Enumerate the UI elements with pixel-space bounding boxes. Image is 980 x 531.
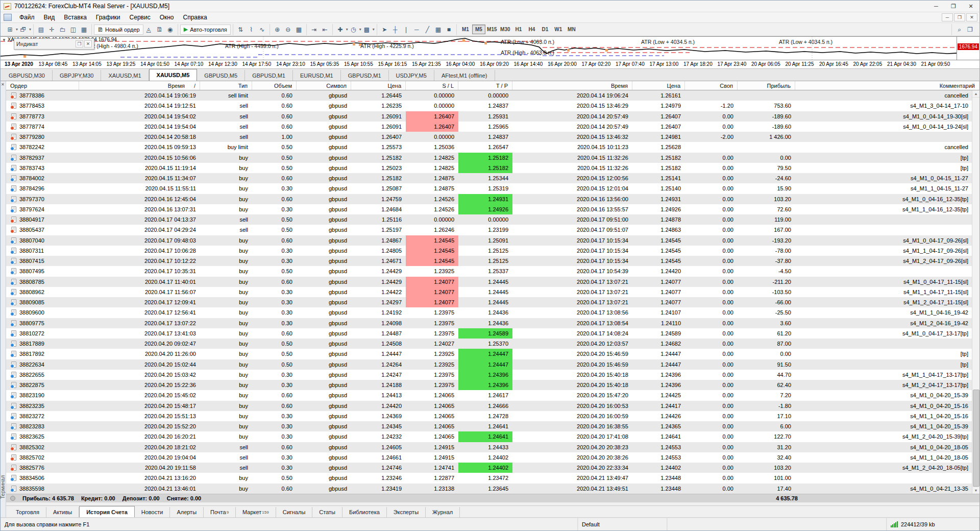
table-row[interactable]: 388074952020.04.17 10:35:31buy0.50gbpusd… — [6, 266, 979, 276]
new-chart-button[interactable]: ⊞ — [5, 25, 15, 35]
timeframe-h4[interactable]: H4 — [525, 25, 538, 34]
close-button[interactable]: ✕ — [962, 1, 979, 12]
table-row[interactable]: 388054372020.04.17 04:29:24sell0.50gbpus… — [6, 225, 979, 235]
table-row[interactable]: 387837432020.04.15 11:19:14buy0.50gbpusd… — [6, 163, 979, 173]
chart-tab-gbpjpy-m30[interactable]: GBPJPY,M30 — [53, 70, 101, 81]
zoom-out-icon[interactable]: ⊖ — [283, 25, 293, 35]
table-row[interactable]: 388232352020.04.20 15:48:17buy0.60gbpusd… — [6, 401, 979, 411]
bar-chart-icon[interactable]: ⇅ — [235, 25, 246, 35]
profiles-button[interactable]: 🗗 — [18, 25, 29, 35]
terminal-tab-история-счета[interactable]: История Счета — [79, 506, 135, 517]
price-axis[interactable]: 1676.94 — [957, 37, 979, 60]
terminal-tab-маркет[interactable]: Маркет159 — [236, 507, 276, 517]
column-header[interactable]: Время/ — [79, 81, 200, 90]
table-row[interactable]: 388097752020.04.17 13:07:22buy0.30gbpusd… — [6, 318, 979, 328]
menu-item-окно[interactable]: Окно — [155, 13, 179, 22]
table-row[interactable]: 388073112020.04.17 10:06:28buy0.30gbpusd… — [6, 246, 979, 256]
tile-windows-icon[interactable]: ▦ — [293, 25, 304, 35]
scrollbar-thumb[interactable] — [973, 390, 979, 487]
timeframe-h1[interactable]: H1 — [512, 25, 525, 34]
expert-advisors-icon[interactable]: ◬ — [143, 25, 154, 35]
table-row[interactable]: 388231902020.04.20 15:45:02buy0.60gbpusd… — [6, 390, 979, 400]
column-header[interactable]: Ордер — [6, 81, 79, 90]
terminal-tab-журнал[interactable]: Журнал — [426, 507, 460, 517]
terminal-tab-библиотека[interactable]: Библиотека — [342, 507, 387, 517]
terminal-tab-торговля[interactable]: Торговля — [9, 507, 46, 517]
status-profile[interactable]: Default — [578, 518, 667, 530]
trendline-icon[interactable]: ╱ — [422, 25, 433, 35]
chart-tab-aftest-m1-offline-[interactable]: AFtest,M1 (offline) — [434, 70, 495, 81]
timeframe-m15[interactable]: M15 — [485, 25, 499, 34]
terminal-tab-почта[interactable]: Почта9 — [204, 507, 236, 517]
table-row[interactable]: 387783862020.04.14 19:06:19sell limit0.6… — [6, 90, 979, 101]
table-row[interactable]: 387822422020.04.15 09:59:13buy limit0.50… — [6, 142, 979, 152]
column-header[interactable]: Время — [512, 81, 632, 90]
table-row[interactable]: 388178922020.04.20 11:26:00buy0.50gbpusd… — [6, 349, 979, 359]
crosshair-icon[interactable]: ┼ — [390, 25, 401, 35]
timeframe-m5[interactable]: M5 — [472, 25, 485, 34]
indicator-mini-window[interactable]: Индикат ❐ ✕ — [14, 38, 94, 50]
autoscroll-icon[interactable]: ⇥ — [309, 25, 320, 35]
autotrade-button[interactable]: ▶Авто-торговля — [180, 25, 231, 35]
table-row[interactable]: 388102722020.04.17 13:41:03buy0.60gbpusd… — [6, 328, 979, 339]
fibonacci-icon[interactable]: ▦ — [433, 25, 444, 35]
terminal-tab-активы[interactable]: Активы — [46, 507, 79, 517]
table-row[interactable]: 387787742020.04.14 19:54:04sell0.60gbpus… — [6, 122, 979, 132]
column-header[interactable]: Прибыль — [738, 81, 795, 90]
column-header[interactable]: Цена — [351, 81, 406, 90]
shapes-icon[interactable]: ■ — [444, 25, 454, 35]
chart-tab-eurusd-m1[interactable]: EURUSD,M1 — [293, 70, 341, 81]
crosshair-data-icon[interactable]: ✛ — [46, 25, 57, 35]
date-axis[interactable]: 13 Apr 202013 Apr 08:4513 Apr 14:0513 Ap… — [1, 60, 979, 68]
chart-tab-gbpusd-m5[interactable]: GBPUSD,M5 — [197, 70, 245, 81]
vertical-line-icon[interactable]: ❘ — [401, 25, 411, 35]
child-restore-button[interactable]: ❐ — [954, 13, 965, 21]
market-watch-icon[interactable]: ▤ — [36, 25, 46, 35]
search-icon[interactable]: ⌕ — [954, 25, 965, 35]
table-row[interactable]: 388226552020.04.20 15:03:42buy0.30gbpusd… — [6, 370, 979, 380]
table-row[interactable]: 388232722020.04.20 15:51:13buy0.30gbpusd… — [6, 411, 979, 421]
periods-icon[interactable]: ◷ — [348, 25, 359, 35]
table-row[interactable]: 387787732020.04.14 19:54:02sell0.60gbpus… — [6, 111, 979, 122]
column-header[interactable]: Цена — [632, 81, 685, 90]
menu-item-справка[interactable]: Справка — [179, 13, 212, 22]
chart-tab-xauusd-m1[interactable]: XAUUSD,M1 — [101, 70, 149, 81]
chevron-down-icon[interactable]: ▾ — [29, 27, 31, 32]
new-order-button[interactable]: 🖹Новый ордер — [94, 25, 143, 35]
chart-tab-gbpusd-m1[interactable]: GBPUSD,M1 — [341, 70, 389, 81]
table-row[interactable]: 388257022020.04.20 19:04:04sell0.30gbpus… — [6, 452, 979, 463]
table-row[interactable]: 388096002020.04.17 12:56:41buy0.30gbpusd… — [6, 307, 979, 318]
timeframe-m1[interactable]: M1 — [459, 25, 472, 34]
column-header[interactable]: Объем — [252, 81, 297, 90]
table-row[interactable]: 387792802020.04.14 20:58:18sell1.00gbpus… — [6, 132, 979, 142]
timeframe-mn[interactable]: MN — [565, 25, 578, 34]
chart-tab-gbpusd-m1[interactable]: GBPUSD,M1 — [245, 70, 293, 81]
child-close-button[interactable]: ✕ — [966, 13, 977, 21]
table-row[interactable]: 387973702020.04.16 12:45:04buy0.60gbpusd… — [6, 194, 979, 204]
vertical-scrollbar[interactable]: ▲ ▼ — [972, 90, 979, 494]
column-header[interactable]: Комментарий — [795, 81, 979, 90]
column-header[interactable]: Своп — [685, 81, 738, 90]
column-header[interactable]: Тип — [200, 81, 252, 90]
terminal-toggle-icon[interactable]: ◫ — [68, 25, 79, 35]
table-row[interactable]: 388228752020.04.20 15:22:36buy0.30gbpusd… — [6, 380, 979, 390]
chart-shift-icon[interactable]: ⇤ — [320, 25, 330, 35]
chart-plot[interactable]: ▼ XAUUSD,M5 1678.40 1679.39 1676.94 1676… — [1, 37, 957, 60]
strategy-tester-icon[interactable]: ▦ — [79, 25, 89, 35]
chart-tab-gbpusd-m30[interactable]: GBPUSD,M30 — [2, 70, 53, 81]
menu-item-вставка[interactable]: Вставка — [59, 13, 91, 22]
table-row[interactable]: 388253022020.04.20 18:21:02sell0.60gbpus… — [6, 442, 979, 452]
window-list-icon[interactable]: ❐ — [965, 25, 975, 35]
candlestick-chart-icon[interactable]: ⌇ — [246, 25, 257, 35]
horizontal-line-icon[interactable]: ─ — [411, 25, 422, 35]
table-row[interactable]: 387976242020.04.16 13:07:31buy0.30gbpusd… — [6, 204, 979, 214]
column-header[interactable]: Символ — [297, 81, 351, 90]
terminal-tab-новости[interactable]: Новости — [135, 507, 170, 517]
templates-icon[interactable]: ▩ — [361, 25, 372, 35]
zoom-in-icon[interactable]: ⊕ — [272, 25, 283, 35]
scroll-up-icon[interactable]: ▲ — [972, 90, 979, 98]
scroll-down-icon[interactable]: ▼ — [972, 487, 979, 494]
table-row[interactable]: 388236252020.04.20 16:20:21buy0.30gbpusd… — [6, 431, 979, 442]
menu-item-вид[interactable]: Вид — [39, 13, 60, 22]
cursor-icon[interactable]: ➤ — [379, 25, 390, 35]
